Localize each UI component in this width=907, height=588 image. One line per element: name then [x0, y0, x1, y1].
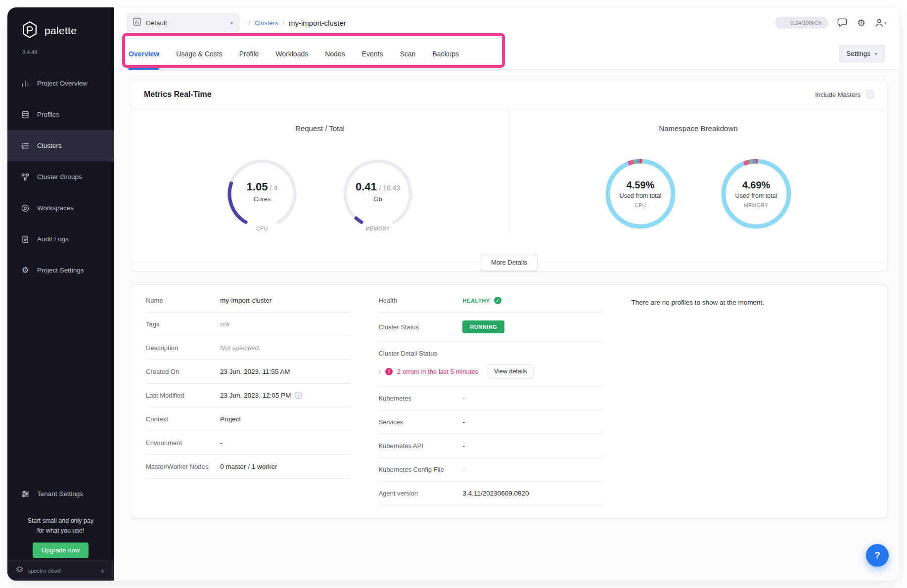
sidebar-item-label: Workspaces: [37, 204, 74, 212]
upgrade-now-button[interactable]: Upgrade now: [33, 543, 89, 558]
breadcrumb-separator: /: [282, 19, 284, 27]
topbar: Default ▾ / Clusters / my-import-cluster…: [114, 7, 900, 38]
tab-nodes[interactable]: Nodes: [325, 38, 345, 70]
sidebar-item-project-overview[interactable]: Project Overview: [7, 68, 114, 99]
brand-name: palette: [45, 25, 77, 37]
collapse-sidebar-icon[interactable]: ‹: [99, 566, 106, 575]
detail-row-last-modified: Last Modified 23 Jun, 2023, 12:05 PMi: [146, 384, 351, 407]
namespace-cpu-label: CPU: [635, 203, 646, 208]
gear-icon: ⚙: [21, 266, 30, 275]
chevron-down-icon: ▾: [884, 20, 887, 26]
detail-row-description: Description Not specified.: [146, 336, 351, 360]
cpu-gauge: 1.05 / 4 Cores CPU: [223, 154, 302, 233]
tab-workloads[interactable]: Workloads: [275, 38, 308, 70]
chevron-right-icon[interactable]: ›: [378, 367, 381, 375]
cluster-detail-status-block: Cluster Detail Status › ! 2 errors in th…: [378, 342, 603, 387]
sidebar-item-cluster-groups[interactable]: Cluster Groups: [7, 161, 114, 192]
sidebar-item-clusters[interactable]: Clusters: [7, 130, 114, 161]
sidebar-item-audit-logs[interactable]: Audit Logs: [7, 224, 114, 255]
detail-row-name: Name my-import-cluster: [146, 289, 351, 313]
details-middle-column: Health HEALTHY ✓ Cluster Status RUNNING …: [378, 289, 603, 505]
detail-row-cluster-status: Cluster Status RUNNING: [378, 313, 603, 342]
project-selector-value: Default: [146, 19, 226, 27]
memory-gauge: 0.41 / 10.43 Gb MEMORY: [338, 154, 417, 233]
chevron-down-icon: ▾: [875, 51, 877, 56]
cluster-settings-button[interactable]: Settings ▾: [839, 45, 885, 62]
namespace-breakdown-section: Namespace Breakdown: [509, 109, 887, 233]
namespace-memory-caption: Used from total: [735, 192, 777, 199]
sidebar-item-workspaces[interactable]: Workspaces: [7, 192, 114, 224]
details-right-column: There are no profiles to show at the mom…: [631, 289, 872, 505]
sidebar-item-label: Tenant Settings: [37, 490, 83, 498]
detail-row-kubernetes-config-file: Kubernetes Config File -: [378, 458, 603, 482]
info-icon[interactable]: i: [295, 392, 302, 399]
detail-row-services: Services -: [378, 410, 603, 434]
tab-backups[interactable]: Backups: [432, 38, 459, 70]
promo-line: Start small and only pay: [7, 516, 114, 526]
sidebar-item-label: Audit Logs: [37, 235, 69, 243]
sidebar-nav: Project Overview Profiles Clusters Clust…: [7, 68, 114, 286]
namespace-memory-donut: 4.69% Used from total MEMORY: [717, 154, 796, 233]
target-icon: [21, 204, 30, 213]
detail-row-agent-version: Agent version 3.4.11/20230609.0920: [378, 482, 603, 505]
breadcrumb-link-clusters[interactable]: Clusters: [255, 19, 278, 27]
sidebar-item-project-settings[interactable]: ⚙ Project Settings: [7, 255, 114, 286]
promo-text: Start small and only pay for what you us…: [7, 516, 114, 536]
include-masters-label: Include Masters: [815, 91, 861, 98]
help-button[interactable]: ?: [866, 544, 889, 567]
request-total-title: Request / Total: [131, 124, 509, 133]
list-icon: [21, 141, 30, 150]
brand: palette: [7, 7, 114, 41]
memory-total-value: / 10.43: [379, 184, 400, 192]
detail-row-created-on: Created On 23 Jun, 2023, 11:55 AM: [146, 360, 351, 384]
settings-gear-icon[interactable]: ⚙: [857, 18, 865, 28]
project-selector[interactable]: Default ▾: [127, 13, 239, 32]
include-masters-checkbox[interactable]: [866, 90, 874, 98]
detail-row-kubernetes: Kubernetes -: [378, 387, 603, 410]
tab-scan[interactable]: Scan: [400, 38, 416, 70]
app-window: palette 3.4.48 Project Overview Profiles: [7, 7, 900, 581]
usage-badge: 0.24/100kCh: [775, 17, 828, 29]
sidebar-item-label: Cluster Groups: [37, 173, 82, 181]
details-card: Name my-import-cluster Tags n/a Descript…: [131, 284, 888, 519]
sidebar-bottom: Tenant Settings Start small and only pay…: [7, 478, 114, 558]
cpu-unit: Cores: [254, 195, 271, 203]
chevron-down-icon: ▾: [230, 20, 233, 26]
sidebar-item-label: Project Overview: [37, 80, 88, 87]
memory-request-value: 0.41: [356, 181, 377, 193]
cpu-gauge-label: CPU: [223, 226, 302, 231]
namespace-memory-label: MEMORY: [744, 203, 769, 208]
no-profiles-message: There are no profiles to show at the mom…: [631, 289, 872, 306]
settings-button-label: Settings: [846, 50, 870, 57]
layers-icon: [21, 110, 30, 119]
tab-events[interactable]: Events: [362, 38, 383, 70]
sidebar-footer: spectro cloud ‹: [7, 560, 114, 581]
more-details-button[interactable]: More Details: [481, 254, 538, 271]
user-menu[interactable]: ▾: [874, 18, 887, 28]
error-icon: !: [385, 368, 393, 375]
palette-logo-icon: [20, 20, 39, 41]
health-status: HEALTHY ✓: [462, 297, 501, 304]
detail-row-tags: Tags n/a: [146, 313, 351, 336]
sidebar-item-profiles[interactable]: Profiles: [7, 99, 114, 130]
detail-row-kubernetes-api: Kubernetes API -: [378, 434, 603, 458]
memory-unit: Gb: [373, 195, 382, 203]
tab-profile[interactable]: Profile: [239, 38, 259, 70]
document-icon: [21, 235, 30, 244]
promo-line: for what you use!: [7, 526, 114, 536]
sidebar-item-label: Clusters: [37, 142, 62, 149]
tab-overview[interactable]: Overview: [129, 38, 159, 70]
tab-usage-costs[interactable]: Usage & Costs: [176, 38, 222, 70]
chart-box-icon: [133, 18, 141, 28]
sliders-icon: [21, 490, 30, 498]
sidebar-item-tenant-settings[interactable]: Tenant Settings: [7, 478, 114, 509]
namespace-cpu-caption: Used from total: [620, 192, 662, 199]
error-message: 2 errors in the last 5 minutes: [397, 368, 478, 375]
namespace-breakdown-title: Namespace Breakdown: [509, 124, 887, 133]
chat-icon[interactable]: [837, 18, 848, 28]
memory-gauge-label: MEMORY: [338, 226, 417, 231]
view-details-button[interactable]: View details: [488, 364, 533, 378]
main-area: Default ▾ / Clusters / my-import-cluster…: [114, 7, 900, 581]
breadcrumb: / Clusters / my-import-cluster: [248, 19, 346, 27]
breadcrumb-separator: /: [248, 19, 250, 27]
